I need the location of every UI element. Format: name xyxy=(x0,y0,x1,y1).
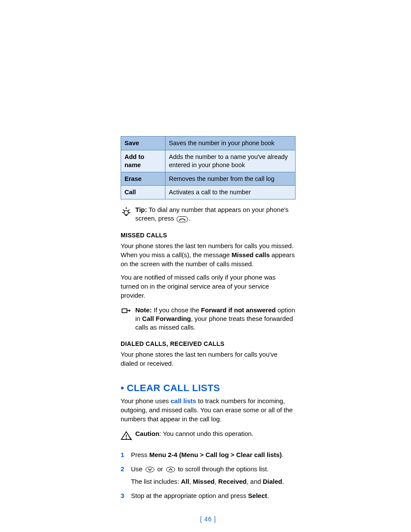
scroll-up-icon xyxy=(166,467,175,473)
caution-lead: Caution xyxy=(135,430,159,437)
svg-point-0 xyxy=(124,211,128,215)
tip-part2: . xyxy=(189,215,190,222)
note-text: Note: If you chose the Forward if not an… xyxy=(135,306,296,332)
step-1: Press Menu 2-4 (Menu > Call log > Clear … xyxy=(121,450,296,459)
table-cell-label: Save xyxy=(121,137,165,150)
caution-block: Caution: You cannot undo this operation. xyxy=(121,429,296,444)
missed-calls-p2: You are notified of missed calls only if… xyxy=(121,273,296,300)
svg-point-13 xyxy=(146,467,154,472)
step-3: Stop at the appropriate option and press… xyxy=(121,491,296,500)
text-bold: Received xyxy=(218,478,247,485)
dialed-calls-p: Your phone stores the last ten numbers f… xyxy=(121,350,296,368)
text: The list includes: xyxy=(131,478,181,485)
note-block: Note: If you chose the Forward if not an… xyxy=(121,306,296,332)
text: Stop at the appropriate option and press xyxy=(131,492,248,499)
svg-point-12 xyxy=(126,438,127,439)
text: , and xyxy=(246,478,263,485)
text: : You cannot undo this operation. xyxy=(159,430,254,437)
note-icon xyxy=(121,306,135,320)
table-cell-desc: Adds the number to a name you've already… xyxy=(165,150,296,172)
table-row: Erase Removes the number from the call l… xyxy=(121,172,296,186)
clear-call-lists-heading: •CLEAR CALL LISTS xyxy=(121,383,296,394)
call-lists-link[interactable]: call lists xyxy=(171,397,196,404)
step-2: Use or to scroll through the options lis… xyxy=(121,464,296,486)
section-title-text: CLEAR CALL LISTS xyxy=(127,383,220,393)
text: Use xyxy=(131,465,144,473)
table-cell-desc: Removes the number from the call log xyxy=(165,172,296,186)
text-bold: Call Forwarding xyxy=(142,315,191,322)
svg-line-4 xyxy=(123,210,125,211)
caution-text: Caution: You cannot undo this operation. xyxy=(135,429,296,438)
text-bold: Select xyxy=(248,492,267,499)
missed-calls-heading: MISSED CALLS xyxy=(121,232,296,239)
options-table: Save Saves the number in your phone book… xyxy=(121,136,296,199)
text: . xyxy=(267,492,269,499)
text: . xyxy=(282,478,284,485)
table-cell-label: Erase xyxy=(121,172,165,186)
table-row: Call Activates a call to the number xyxy=(121,186,296,199)
text-bold: Dialed xyxy=(263,478,282,485)
step-2-sub: The list includes: All, Missed, Received… xyxy=(131,477,296,486)
text: to scroll through the options list. xyxy=(176,465,269,473)
text: , xyxy=(215,478,218,485)
tip-lead: Tip: xyxy=(135,206,147,213)
call-key-icon xyxy=(177,216,188,222)
tip-text: Tip: To dial any number that appears on … xyxy=(135,205,296,223)
tip-block: Tip: To dial any number that appears on … xyxy=(121,205,296,223)
text: Press xyxy=(131,451,149,458)
table-cell-label: Add to name xyxy=(121,150,165,172)
text-bold: All xyxy=(181,478,189,485)
text: . xyxy=(282,451,283,458)
svg-point-9 xyxy=(184,219,186,221)
svg-point-14 xyxy=(166,467,175,472)
tip-part1: To dial any number that appears on your … xyxy=(135,206,289,222)
caution-icon xyxy=(121,429,135,444)
text-bold: Missed calls xyxy=(232,251,270,258)
svg-line-5 xyxy=(128,210,129,211)
note-lead: Note: xyxy=(135,306,154,314)
bullet-icon: • xyxy=(121,383,124,393)
table-cell-desc: Activates a call to the number xyxy=(165,186,296,199)
page-number: [ 46 ] xyxy=(121,516,296,523)
table-cell-desc: Saves the number in your phone book xyxy=(165,137,296,150)
section-intro: Your phone uses call lists to track numb… xyxy=(121,396,296,423)
tip-icon xyxy=(121,205,135,220)
table-cell-label: Call xyxy=(121,186,165,199)
text-bold: Menu 2-4 (Menu > Call log > Clear call l… xyxy=(149,451,282,458)
document-page: Save Saves the number in your phone book… xyxy=(0,0,411,523)
text-bold: Forward if not answered xyxy=(201,306,276,314)
svg-point-8 xyxy=(179,219,181,221)
dialed-calls-heading: DIALED CALLS, RECEIVED CALLS xyxy=(121,340,296,347)
missed-calls-p1: Your phone stores the last ten numbers f… xyxy=(121,241,296,268)
table-row: Add to name Adds the number to a name yo… xyxy=(121,150,296,172)
table-row: Save Saves the number in your phone book xyxy=(121,137,296,150)
text: If you chose the xyxy=(154,306,201,314)
text: Your phone uses xyxy=(121,397,171,404)
svg-rect-7 xyxy=(177,216,188,222)
text: or xyxy=(156,465,165,473)
svg-rect-10 xyxy=(122,309,127,313)
scroll-down-icon xyxy=(145,467,155,473)
steps-list: Press Menu 2-4 (Menu > Call log > Clear … xyxy=(121,450,296,500)
text-bold: Missed xyxy=(193,478,215,485)
